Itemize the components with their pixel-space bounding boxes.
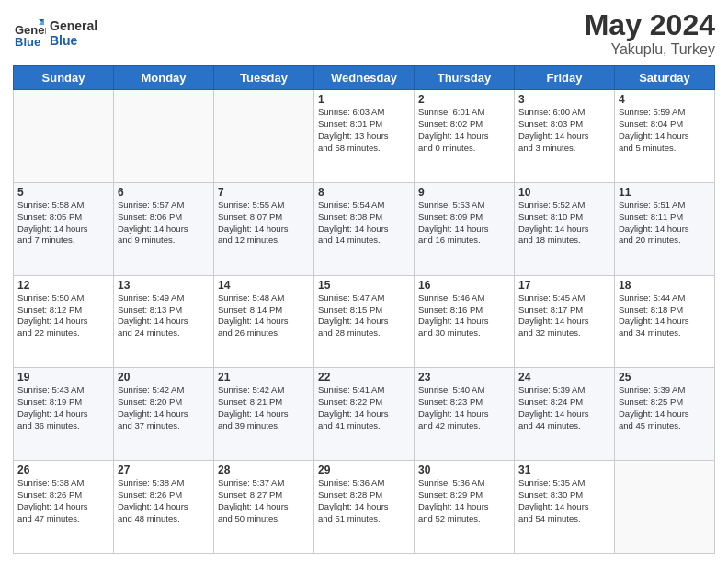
day-number: 28 bbox=[218, 464, 310, 477]
calendar-cell: 25Sunrise: 5:39 AMSunset: 8:25 PMDayligh… bbox=[615, 368, 715, 461]
calendar-cell bbox=[114, 90, 214, 183]
cell-text-line: Sunset: 8:05 PM bbox=[17, 212, 109, 224]
calendar-cell bbox=[615, 461, 715, 554]
cell-text-line: and 18 minutes. bbox=[518, 235, 610, 247]
cell-text-line: Daylight: 14 hours bbox=[118, 501, 210, 513]
cell-text-line: Sunset: 8:21 PM bbox=[218, 396, 310, 408]
cell-text-line: Daylight: 14 hours bbox=[118, 408, 210, 420]
day-number: 3 bbox=[518, 93, 610, 106]
day-number: 11 bbox=[619, 186, 711, 199]
logo: General Blue General Blue bbox=[13, 17, 97, 51]
calendar-cell: 2Sunrise: 6:01 AMSunset: 8:02 PMDaylight… bbox=[415, 90, 515, 183]
day-number: 22 bbox=[318, 371, 410, 384]
cell-text-line: and 3 minutes. bbox=[518, 143, 610, 155]
cell-text-line: and 37 minutes. bbox=[118, 420, 210, 432]
day-number: 6 bbox=[118, 186, 210, 199]
cell-text-line: Sunset: 8:14 PM bbox=[218, 304, 310, 316]
cell-text-line: Daylight: 14 hours bbox=[619, 408, 711, 420]
day-number: 13 bbox=[118, 279, 210, 292]
cell-text-line: Sunrise: 5:46 AM bbox=[418, 293, 510, 304]
calendar-cell: 22Sunrise: 5:41 AMSunset: 8:22 PMDayligh… bbox=[314, 368, 415, 461]
calendar-cell: 21Sunrise: 5:42 AMSunset: 8:21 PMDayligh… bbox=[214, 368, 314, 461]
day-number: 15 bbox=[318, 279, 410, 292]
cell-text-line: Sunrise: 5:36 AM bbox=[318, 477, 410, 489]
cell-text-line: and 0 minutes. bbox=[418, 143, 510, 155]
cell-text-line: Sunset: 8:16 PM bbox=[418, 304, 510, 316]
cell-text-line: Sunset: 8:30 PM bbox=[518, 489, 610, 501]
cell-text-line: Sunset: 8:29 PM bbox=[418, 489, 510, 501]
cell-text-line: Sunrise: 5:43 AM bbox=[17, 385, 109, 396]
calendar-cell: 9Sunrise: 5:53 AMSunset: 8:09 PMDaylight… bbox=[415, 182, 515, 275]
cell-text-line: Sunset: 8:26 PM bbox=[118, 489, 210, 501]
cell-text-line: Sunset: 8:10 PM bbox=[518, 212, 610, 224]
cell-text-line: Sunset: 8:08 PM bbox=[318, 212, 410, 224]
cell-text-line: Sunrise: 5:49 AM bbox=[118, 293, 210, 304]
calendar-cell: 8Sunrise: 5:54 AMSunset: 8:08 PMDaylight… bbox=[314, 182, 415, 275]
cell-text-line: Sunset: 8:06 PM bbox=[118, 212, 210, 224]
cell-text-line: Sunrise: 5:47 AM bbox=[318, 293, 410, 304]
cell-text-line: and 9 minutes. bbox=[118, 235, 210, 247]
cell-text-line: Sunset: 8:01 PM bbox=[318, 119, 410, 131]
day-number: 26 bbox=[17, 464, 109, 477]
calendar-cell: 5Sunrise: 5:58 AMSunset: 8:05 PMDaylight… bbox=[14, 182, 114, 275]
day-number: 23 bbox=[418, 371, 510, 384]
calendar-cell: 23Sunrise: 5:40 AMSunset: 8:23 PMDayligh… bbox=[415, 368, 515, 461]
calendar-cell: 16Sunrise: 5:46 AMSunset: 8:16 PMDayligh… bbox=[415, 275, 515, 368]
cell-text-line: and 12 minutes. bbox=[218, 235, 310, 247]
cell-text-line: and 36 minutes. bbox=[17, 420, 109, 432]
calendar-cell: 19Sunrise: 5:43 AMSunset: 8:19 PMDayligh… bbox=[14, 368, 114, 461]
cell-text-line: Daylight: 14 hours bbox=[17, 408, 109, 420]
cell-text-line: Daylight: 14 hours bbox=[218, 501, 310, 513]
cell-text-line: and 50 minutes. bbox=[218, 513, 310, 525]
calendar-day-header: Wednesday bbox=[314, 66, 415, 90]
cell-text-line: Sunrise: 5:57 AM bbox=[118, 200, 210, 212]
day-number: 16 bbox=[418, 279, 510, 292]
calendar-header-row: SundayMondayTuesdayWednesdayThursdayFrid… bbox=[14, 66, 715, 90]
calendar-week-row: 12Sunrise: 5:50 AMSunset: 8:12 PMDayligh… bbox=[14, 275, 715, 368]
cell-text-line: and 52 minutes. bbox=[418, 513, 510, 525]
cell-text-line: Daylight: 14 hours bbox=[318, 316, 410, 327]
cell-text-line: Sunset: 8:27 PM bbox=[218, 489, 310, 501]
cell-text-line: Sunrise: 5:58 AM bbox=[17, 200, 109, 212]
cell-text-line: Daylight: 14 hours bbox=[518, 316, 610, 327]
calendar-cell: 24Sunrise: 5:39 AMSunset: 8:24 PMDayligh… bbox=[515, 368, 615, 461]
calendar-week-row: 5Sunrise: 5:58 AMSunset: 8:05 PMDaylight… bbox=[14, 182, 715, 275]
calendar-cell: 12Sunrise: 5:50 AMSunset: 8:12 PMDayligh… bbox=[14, 275, 114, 368]
cell-text-line: and 44 minutes. bbox=[518, 420, 610, 432]
cell-text-line: Sunrise: 6:00 AM bbox=[518, 107, 610, 119]
cell-text-line: Sunset: 8:25 PM bbox=[619, 396, 711, 408]
day-number: 29 bbox=[318, 464, 410, 477]
cell-text-line: and 16 minutes. bbox=[418, 235, 510, 247]
page: General Blue General Blue May 2024 Yakup… bbox=[0, 0, 728, 563]
cell-text-line: Daylight: 14 hours bbox=[118, 224, 210, 236]
cell-text-line: Sunset: 8:17 PM bbox=[518, 304, 610, 316]
calendar-week-row: 19Sunrise: 5:43 AMSunset: 8:19 PMDayligh… bbox=[14, 368, 715, 461]
cell-text-line: Sunset: 8:18 PM bbox=[619, 304, 711, 316]
cell-text-line: and 28 minutes. bbox=[318, 327, 410, 339]
cell-text-line: Sunrise: 5:40 AM bbox=[418, 385, 510, 396]
cell-text-line: Sunrise: 5:48 AM bbox=[218, 293, 310, 304]
calendar-cell: 20Sunrise: 5:42 AMSunset: 8:20 PMDayligh… bbox=[114, 368, 214, 461]
calendar-cell: 18Sunrise: 5:44 AMSunset: 8:18 PMDayligh… bbox=[615, 275, 715, 368]
cell-text-line: Sunset: 8:23 PM bbox=[418, 396, 510, 408]
day-number: 19 bbox=[17, 371, 109, 384]
calendar-day-header: Monday bbox=[114, 66, 214, 90]
title-block: May 2024 Yakuplu, Turkey bbox=[585, 9, 715, 58]
calendar-table: SundayMondayTuesdayWednesdayThursdayFrid… bbox=[13, 65, 715, 554]
cell-text-line: Sunset: 8:03 PM bbox=[518, 119, 610, 131]
day-number: 2 bbox=[418, 93, 510, 106]
calendar-cell bbox=[214, 90, 314, 183]
cell-text-line: Daylight: 14 hours bbox=[118, 316, 210, 327]
cell-text-line: and 7 minutes. bbox=[17, 235, 109, 247]
day-number: 7 bbox=[218, 186, 310, 199]
cell-text-line: Sunset: 8:07 PM bbox=[218, 212, 310, 224]
calendar-day-header: Tuesday bbox=[214, 66, 314, 90]
day-number: 1 bbox=[318, 93, 410, 106]
calendar-cell: 30Sunrise: 5:36 AMSunset: 8:29 PMDayligh… bbox=[415, 461, 515, 554]
cell-text-line: Daylight: 14 hours bbox=[218, 316, 310, 327]
calendar-cell bbox=[14, 90, 114, 183]
cell-text-line: Daylight: 14 hours bbox=[17, 224, 109, 236]
cell-text-line: Sunrise: 6:03 AM bbox=[318, 107, 410, 119]
calendar-day-header: Sunday bbox=[14, 66, 114, 90]
cell-text-line: and 14 minutes. bbox=[318, 235, 410, 247]
